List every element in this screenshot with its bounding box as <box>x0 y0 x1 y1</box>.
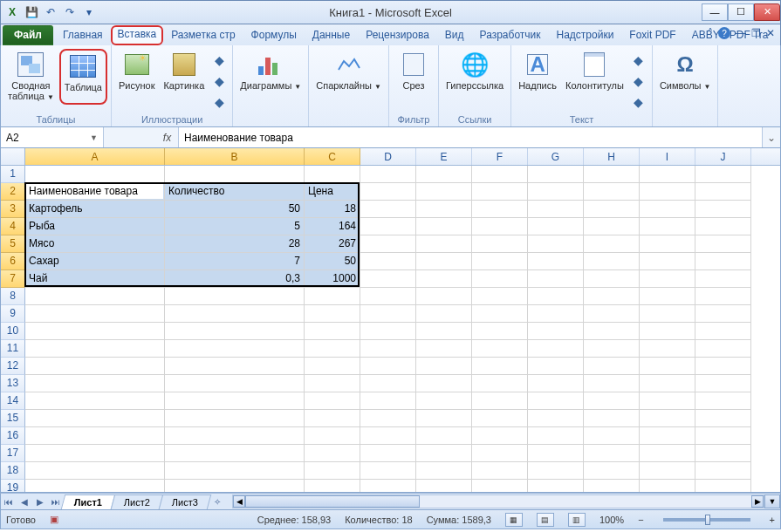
tab-разработчик[interactable]: Разработчик <box>472 25 549 45</box>
redo-icon[interactable]: ↷ <box>62 4 78 20</box>
sheet-tab-Лист1[interactable]: Лист1 <box>61 494 116 509</box>
cell-A4[interactable]: Рыба <box>25 218 165 235</box>
cell-D4[interactable] <box>360 218 416 235</box>
cell-C10[interactable] <box>305 323 360 340</box>
cell-C11[interactable] <box>305 340 360 358</box>
cell-B12[interactable] <box>165 358 305 375</box>
sheet-nav-first-icon[interactable]: ⏮ <box>1 494 17 509</box>
cell-A9[interactable] <box>25 305 165 323</box>
cell-I14[interactable] <box>640 392 695 410</box>
cell-C2[interactable]: Цена <box>305 183 360 201</box>
cell-I3[interactable] <box>640 201 695 218</box>
tab-главная[interactable]: Главная <box>55 25 111 45</box>
cell-G13[interactable] <box>528 375 584 392</box>
cell-G15[interactable] <box>528 410 584 427</box>
cell-C12[interactable] <box>305 358 360 375</box>
cell-H7[interactable] <box>584 270 640 288</box>
cell-A16[interactable] <box>25 427 165 445</box>
cell-B2[interactable]: Количество <box>165 183 305 201</box>
cell-C1[interactable] <box>305 166 360 183</box>
cell-I4[interactable] <box>640 218 695 235</box>
cell-G8[interactable] <box>528 288 584 305</box>
hyperlink-button[interactable]: 🌐Гиперссылка <box>442 49 507 92</box>
cell-D13[interactable] <box>360 375 416 392</box>
cell-G19[interactable] <box>528 480 584 492</box>
sheet-nav-prev-icon[interactable]: ◀ <box>17 494 32 509</box>
cell-J12[interactable] <box>695 358 751 375</box>
cell-A2[interactable]: Наименование товара <box>25 183 165 201</box>
cell-A11[interactable] <box>25 340 165 358</box>
cell-A1[interactable] <box>25 166 165 183</box>
tab-данные[interactable]: Данные <box>305 25 358 45</box>
new-sheet-icon[interactable]: ✧ <box>209 494 225 509</box>
cell-H8[interactable] <box>584 288 640 305</box>
cell-B13[interactable] <box>165 375 305 392</box>
cell-E18[interactable] <box>416 462 472 480</box>
cell-A8[interactable] <box>25 288 165 305</box>
cell-E15[interactable] <box>416 410 472 427</box>
cell-I15[interactable] <box>640 410 695 427</box>
clipart-button[interactable]: Картинка <box>160 49 208 112</box>
cell-H6[interactable] <box>584 253 640 270</box>
cell-D2[interactable] <box>360 183 416 201</box>
column-header-I[interactable]: I <box>640 148 695 165</box>
cell-B15[interactable] <box>165 410 305 427</box>
cell-H17[interactable] <box>584 445 640 462</box>
cell-H5[interactable] <box>584 235 640 253</box>
cell-E16[interactable] <box>416 427 472 445</box>
cell-E8[interactable] <box>416 288 472 305</box>
qat-customize-icon[interactable]: ▾ <box>81 4 97 20</box>
cell-B6[interactable]: 7 <box>165 253 305 270</box>
shapes-icon[interactable]: ◆ <box>209 51 229 70</box>
cell-I1[interactable] <box>640 166 695 183</box>
cell-A6[interactable]: Сахар <box>25 253 165 270</box>
cell-H14[interactable] <box>584 392 640 410</box>
window-minimize-button[interactable]: — <box>702 3 728 21</box>
mdi-restore-icon[interactable]: ❐ <box>751 27 761 39</box>
cell-C7[interactable]: 1000 <box>305 270 360 288</box>
zoom-in-button[interactable]: + <box>770 515 775 525</box>
cell-A7[interactable]: Чай <box>25 270 165 288</box>
cell-J18[interactable] <box>695 462 751 480</box>
help-icon[interactable]: ? <box>718 27 730 39</box>
cell-J2[interactable] <box>695 183 751 201</box>
cell-D11[interactable] <box>360 340 416 358</box>
cell-F18[interactable] <box>472 462 528 480</box>
cell-J15[interactable] <box>695 410 751 427</box>
row-header-8[interactable]: 8 <box>1 288 25 305</box>
row-header-1[interactable]: 1 <box>1 166 25 183</box>
cell-F3[interactable] <box>472 201 528 218</box>
column-header-J[interactable]: J <box>695 148 751 165</box>
zoom-out-button[interactable]: − <box>638 515 643 525</box>
cell-B9[interactable] <box>165 305 305 323</box>
save-icon[interactable]: 💾 <box>24 4 39 20</box>
cell-I7[interactable] <box>640 270 695 288</box>
cell-E2[interactable] <box>416 183 472 201</box>
window-close-button[interactable]: ✕ <box>754 3 780 21</box>
cell-F17[interactable] <box>472 445 528 462</box>
cell-E17[interactable] <box>416 445 472 462</box>
cell-J16[interactable] <box>695 427 751 445</box>
cell-F16[interactable] <box>472 427 528 445</box>
cell-B8[interactable] <box>165 288 305 305</box>
cell-E3[interactable] <box>416 201 472 218</box>
cell-C13[interactable] <box>305 375 360 392</box>
view-normal-button[interactable]: ▦ <box>505 513 523 527</box>
column-header-C[interactable]: C <box>305 148 360 165</box>
cell-D14[interactable] <box>360 392 416 410</box>
cell-F4[interactable] <box>472 218 528 235</box>
cell-A12[interactable] <box>25 358 165 375</box>
cell-D19[interactable] <box>360 480 416 492</box>
cell-C8[interactable] <box>305 288 360 305</box>
cell-D17[interactable] <box>360 445 416 462</box>
cell-I5[interactable] <box>640 235 695 253</box>
cell-H15[interactable] <box>584 410 640 427</box>
pivot-table-button[interactable]: Своднаятаблица ▼ <box>4 49 58 105</box>
cell-I9[interactable] <box>640 305 695 323</box>
cell-C17[interactable] <box>305 445 360 462</box>
cell-G4[interactable] <box>528 218 584 235</box>
cell-J5[interactable] <box>695 235 751 253</box>
cell-G11[interactable] <box>528 340 584 358</box>
cell-D7[interactable] <box>360 270 416 288</box>
row-header-11[interactable]: 11 <box>1 340 25 358</box>
